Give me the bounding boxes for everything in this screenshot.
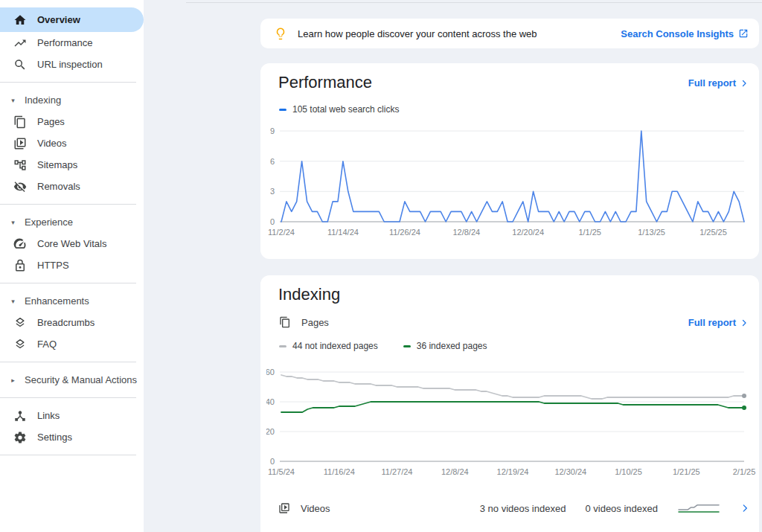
caret-down-icon: ▾ <box>9 298 17 305</box>
indexing-full-report-link[interactable]: Full report <box>688 317 749 328</box>
sidebar-item-label: Core Web Vitals <box>37 238 106 249</box>
sidebar-item-performance[interactable]: Performance <box>0 32 144 54</box>
caret-right-icon: ▸ <box>9 376 17 384</box>
svg-text:1/21/25: 1/21/25 <box>673 467 700 476</box>
performance-title: Performance <box>278 73 372 92</box>
svg-text:12/20/24: 12/20/24 <box>512 228 544 237</box>
svg-text:11/26/24: 11/26/24 <box>389 228 420 237</box>
svg-text:11/16/24: 11/16/24 <box>324 467 355 476</box>
search-console-insights-link[interactable]: Search Console Insights <box>621 28 749 39</box>
sidebar-item-label: Removals <box>37 181 80 192</box>
svg-text:40: 40 <box>266 397 275 406</box>
sidebar-item-faq[interactable]: FAQ <box>0 333 144 355</box>
sidebar-item-label: Links <box>37 410 60 421</box>
svg-text:12/30/24: 12/30/24 <box>554 467 586 476</box>
svg-text:11/27/24: 11/27/24 <box>381 467 412 476</box>
svg-text:12/19/24: 12/19/24 <box>497 467 529 476</box>
video-icon <box>278 502 290 514</box>
caret-down-icon: ▾ <box>9 97 17 104</box>
sidebar-item-label: HTTPS <box>37 260 69 271</box>
indexing-title: Indexing <box>278 285 340 304</box>
not-indexed-legend-label: 44 not indexed pages <box>292 341 378 351</box>
svg-text:20: 20 <box>266 427 275 436</box>
section-label: Experience <box>25 217 73 228</box>
indexing-legend: 44 not indexed pages 36 indexed pages <box>279 341 487 351</box>
section-label: Indexing <box>25 94 61 106</box>
videos-indexed-count: 0 videos indexed <box>585 503 658 514</box>
clicks-legend-label: 105 total web search clicks <box>292 104 399 115</box>
svg-text:11/2/24: 11/2/24 <box>268 228 295 237</box>
sidebar-item-breadcrumbs[interactable]: Breadcrumbs <box>0 312 144 333</box>
sidebar-item-label: Overview <box>37 14 80 25</box>
svg-text:0: 0 <box>270 457 275 466</box>
sidebar-divider <box>0 82 136 83</box>
sitemap-icon <box>13 158 27 172</box>
layers-icon <box>13 338 27 351</box>
pages-icon <box>13 115 27 129</box>
clicks-legend-swatch <box>279 109 286 111</box>
sidebar-item-sitemaps[interactable]: Sitemaps <box>0 154 144 176</box>
svg-text:6: 6 <box>270 157 275 166</box>
svg-text:3: 3 <box>270 187 275 196</box>
pages-icon <box>279 316 291 328</box>
videos-label: Videos <box>301 503 330 514</box>
performance-legend: 105 total web search clicks <box>279 104 399 115</box>
full-report-label: Full report <box>688 317 736 328</box>
sidebar-item-url-inspection[interactable]: URL inspection <box>0 54 144 75</box>
sidebar-section-indexing[interactable]: ▾Indexing <box>0 89 144 111</box>
sidebar-section-experience[interactable]: ▾Experience <box>0 211 144 233</box>
svg-text:9: 9 <box>270 126 275 135</box>
home-icon <box>13 13 27 27</box>
layers-icon <box>13 316 27 330</box>
sidebar-item-core-web-vitals[interactable]: Core Web Vitals <box>0 233 144 254</box>
chevron-right-icon <box>740 79 749 88</box>
performance-full-report-link[interactable]: Full report <box>688 77 749 89</box>
svg-text:1/1/25: 1/1/25 <box>578 228 601 237</box>
sidebar-item-https[interactable]: HTTPS <box>0 254 144 276</box>
videos-row[interactable]: Videos 3 no videos indexed 0 videos inde… <box>278 496 750 521</box>
gear-icon <box>13 431 27 444</box>
sidebar-item-overview[interactable]: Overview <box>0 7 144 32</box>
svg-text:1/25/25: 1/25/25 <box>699 228 727 237</box>
main-content: Learn how people discover your content a… <box>144 0 762 532</box>
sidebar-section-security-manual-actions[interactable]: ▸Security & Manual Actions <box>0 369 144 391</box>
video-icon <box>13 137 27 150</box>
chevron-right-icon[interactable] <box>740 503 750 513</box>
sidebar-item-settings[interactable]: Settings <box>0 426 144 448</box>
sidebar-item-label: Pages <box>37 116 65 127</box>
eye-off-icon <box>13 180 27 193</box>
sidebar-divider <box>0 204 136 205</box>
indexing-card: Indexing Pages Full report 44 not indexe… <box>260 275 759 532</box>
sidebar-item-pages[interactable]: Pages <box>0 111 144 132</box>
sidebar-divider <box>0 283 136 283</box>
svg-text:0: 0 <box>270 217 275 226</box>
sidebar-item-label: FAQ <box>37 339 57 350</box>
full-report-label: Full report <box>688 77 736 89</box>
sidebar-item-links[interactable]: Links <box>0 405 144 426</box>
chevron-right-icon <box>740 318 749 327</box>
svg-text:1/13/25: 1/13/25 <box>638 228 665 237</box>
lock-icon <box>13 259 27 272</box>
performance-chart: 036911/2/2411/14/2411/26/2412/8/2412/20/… <box>266 120 758 243</box>
svg-text:12/8/24: 12/8/24 <box>441 467 469 476</box>
sidebar: OverviewPerformanceURL inspection▾Indexi… <box>0 0 144 532</box>
sidebar-item-videos[interactable]: Videos <box>0 132 144 154</box>
sidebar-item-label: URL inspection <box>37 59 103 70</box>
sidebar-item-label: Sitemaps <box>37 159 77 170</box>
indexing-pages-row: Pages <box>279 316 329 328</box>
sidebar-section-enhancements[interactable]: ▾Enhancements <box>0 290 144 312</box>
links-icon <box>13 409 27 423</box>
sidebar-divider <box>0 397 136 398</box>
indexing-pages-chart: 020406011/5/2411/16/2411/27/2412/8/2412/… <box>266 359 758 484</box>
sidebar-item-label: Videos <box>37 138 67 149</box>
sidebar-item-label: Settings <box>37 432 72 443</box>
section-label: Security & Manual Actions <box>25 374 137 385</box>
sidebar-item-label: Breadcrumbs <box>37 317 95 328</box>
sidebar-item-removals[interactable]: Removals <box>0 176 144 197</box>
search-icon <box>13 58 27 71</box>
videos-sparkline <box>677 502 720 514</box>
not-indexed-legend-swatch <box>279 345 286 347</box>
svg-text:12/8/24: 12/8/24 <box>452 228 480 237</box>
svg-text:60: 60 <box>266 368 275 376</box>
trending-up-icon <box>13 36 27 50</box>
